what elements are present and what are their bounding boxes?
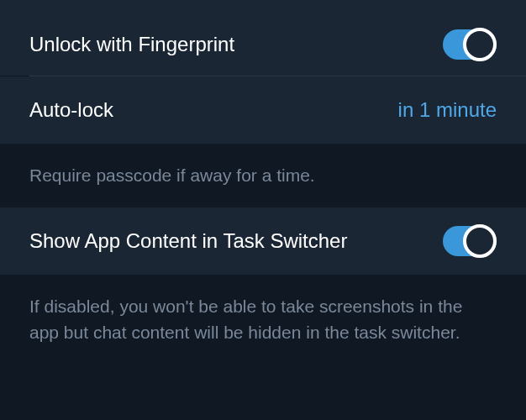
autolock-value: in 1 minute (398, 98, 497, 122)
task-switcher-toggle[interactable] (443, 226, 497, 256)
autolock-label: Auto-lock (29, 98, 113, 122)
toggle-knob (463, 224, 497, 258)
fingerprint-toggle[interactable] (443, 29, 497, 60)
autolock-description-container: Require passcode if away for a time. (0, 144, 526, 207)
task-switcher-row[interactable]: Show App Content in Task Switcher (0, 207, 526, 275)
fingerprint-unlock-row[interactable]: Unlock with Fingerprint (0, 0, 526, 76)
fingerprint-label: Unlock with Fingerprint (29, 33, 234, 56)
autolock-row[interactable]: Auto-lock in 1 minute (0, 76, 526, 144)
task-switcher-label: Show App Content in Task Switcher (29, 229, 347, 253)
autolock-description: Require passcode if away for a time. (29, 162, 497, 189)
task-switcher-description-container: If disabled, you won't be able to take s… (0, 275, 526, 365)
toggle-knob (463, 28, 497, 61)
task-switcher-description: If disabled, you won't be able to take s… (29, 293, 497, 346)
